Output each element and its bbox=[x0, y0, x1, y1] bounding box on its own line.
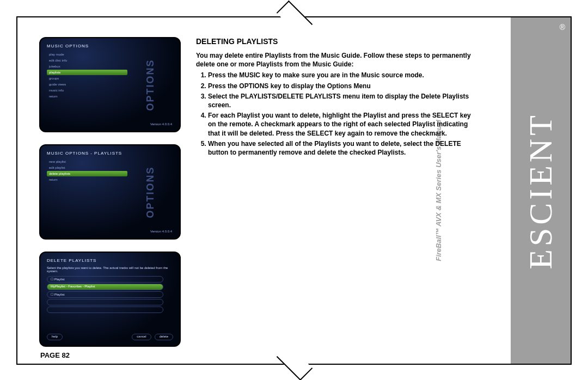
screen-side-label: OPTIONS bbox=[145, 59, 156, 111]
playlist-row: ☐ Playlist bbox=[47, 276, 163, 283]
screenshot-music-options: OPTIONS MUSIC OPTIONS play mode edit dis… bbox=[39, 37, 181, 132]
menu-item: edit disc info bbox=[47, 58, 127, 63]
menu-item: jukebox bbox=[47, 64, 127, 69]
content-area: OPTIONS MUSIC OPTIONS play mode edit dis… bbox=[39, 37, 478, 358]
help-button: help bbox=[47, 334, 63, 340]
brand-bar: ® ESCIENT bbox=[511, 17, 571, 364]
playlist-row-selected: MyPlaylist - Favorites - Playlist bbox=[47, 284, 163, 290]
screen-version: Version 4.0.0.4 bbox=[150, 230, 172, 233]
intro-paragraph: You may delete entire Playlists from the… bbox=[196, 51, 478, 69]
steps-list: Press the MUSIC key to make sure you are… bbox=[196, 71, 478, 157]
menu-item: groups bbox=[47, 76, 127, 81]
screen-title: DELETE PLAYLISTS bbox=[47, 258, 173, 263]
delete-button: delete bbox=[155, 334, 173, 340]
instructions-column: DELETING PLAYLISTS You may delete entire… bbox=[187, 37, 478, 358]
screen-title: MUSIC OPTIONS - PLAYLISTS bbox=[47, 151, 173, 156]
menu-item: edit playlist bbox=[47, 165, 127, 170]
page-frame: ® ESCIENT FireBall™ AVX & MX Series User… bbox=[16, 16, 572, 365]
step-item: For each Playlist you want to delete, hi… bbox=[208, 111, 478, 138]
screen-version: Version 4.0.0.4 bbox=[150, 122, 172, 126]
menu-item: music info bbox=[47, 88, 127, 93]
screen-description: Select the playlists you want to delete.… bbox=[47, 266, 173, 273]
screen-side-label: OPTIONS bbox=[145, 166, 156, 218]
menu-item: new playlist bbox=[47, 159, 127, 164]
page-number: PAGE 82 bbox=[40, 351, 70, 359]
brand-logo-text: ESCIENT bbox=[522, 112, 560, 269]
screenshots-column: OPTIONS MUSIC OPTIONS play mode edit dis… bbox=[39, 37, 187, 358]
screenshot-delete-playlists: DELETE PLAYLISTS Select the playlists yo… bbox=[39, 252, 181, 347]
menu-item: guide views bbox=[47, 82, 127, 87]
step-item: Press the MUSIC key to make sure you are… bbox=[208, 71, 478, 79]
screenshot-playlists-submenu: OPTIONS MUSIC OPTIONS - PLAYLISTS new pl… bbox=[39, 144, 181, 240]
menu-item: play mode bbox=[47, 52, 127, 57]
menu-item-selected: delete playlists bbox=[47, 171, 127, 176]
frame-tab-top bbox=[277, 1, 313, 36]
playlist-row-empty bbox=[47, 307, 163, 313]
menu-item: return bbox=[47, 177, 127, 182]
step-item: Press the OPTIONS key to display the Opt… bbox=[208, 82, 478, 90]
cancel-button: cancel bbox=[132, 334, 151, 340]
step-item: When you have selected all of the Playli… bbox=[208, 139, 478, 157]
registered-mark: ® bbox=[560, 23, 565, 32]
menu-item: return bbox=[47, 94, 127, 99]
screen-title: MUSIC OPTIONS bbox=[47, 44, 173, 48]
playlist-row: ☐ Playlist bbox=[47, 291, 163, 298]
section-heading: DELETING PLAYLISTS bbox=[196, 37, 478, 46]
step-item: Select the PLAYLISTS/DELETE PLAYLISTS me… bbox=[208, 92, 478, 109]
menu-item-selected: playlists bbox=[47, 70, 127, 75]
playlist-row-empty bbox=[47, 299, 163, 305]
screen-button-row: help cancel delete bbox=[47, 334, 173, 340]
